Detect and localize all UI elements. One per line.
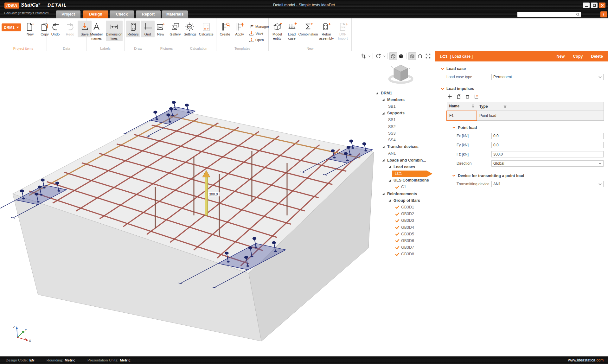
tree-item-gb3d6[interactable]: GB3D6 <box>368 238 435 244</box>
tab-design[interactable]: Design <box>83 10 108 18</box>
tree-item-gb3d5[interactable]: GB3D5 <box>368 231 435 238</box>
fy-input[interactable] <box>491 142 604 148</box>
template-manager-button[interactable]: Manager <box>248 23 270 30</box>
tab-materials[interactable]: Materials <box>162 10 188 18</box>
impulse-type-cell[interactable]: Point load <box>477 111 509 121</box>
template-apply-button[interactable]: Apply <box>233 21 246 37</box>
tree-item-drm1[interactable]: DRM1 <box>368 90 435 97</box>
tree-item-ss3[interactable]: SS3 <box>368 130 435 137</box>
status-presentation-units[interactable]: Presentation Units:Metric <box>87 358 131 362</box>
tree-expander-icon[interactable] <box>382 112 385 115</box>
new-picture-button[interactable]: New <box>154 21 168 37</box>
tree-item-group-of-bars[interactable]: Group of Bars <box>368 197 435 204</box>
new-model-entity-button[interactable]: Model entity <box>270 21 284 41</box>
delete-impulse-button[interactable] <box>464 93 470 99</box>
navigation-cube[interactable] <box>387 60 414 86</box>
tree-item-sb1[interactable]: SB1 <box>368 103 435 110</box>
tree-item-gb3d2[interactable]: GB3D2 <box>368 211 435 218</box>
section-view-button[interactable] <box>360 52 367 60</box>
search-icon[interactable] <box>576 13 580 16</box>
column-header-name[interactable]: Name <box>447 102 477 111</box>
tree-item-an1[interactable]: AN1 <box>368 150 435 157</box>
tree-item-members[interactable]: Members <box>368 97 435 103</box>
panel-delete-button[interactable]: Delete <box>591 54 603 59</box>
maximize-button[interactable] <box>591 3 598 8</box>
tree-checkbox-checked[interactable] <box>395 219 400 223</box>
tree-checkbox-checked[interactable] <box>395 212 400 216</box>
search-input[interactable] <box>517 13 576 16</box>
section-load-case[interactable]: Load case <box>441 67 608 71</box>
section-view-dropdown[interactable] <box>368 52 371 60</box>
tree-item-transfer-devices[interactable]: Transfer devices <box>368 144 435 150</box>
fx-input[interactable] <box>491 133 604 139</box>
panel-new-button[interactable]: New <box>557 54 565 59</box>
tree-expander-icon[interactable] <box>388 179 392 182</box>
dimension-lines-button[interactable]: Dimension lines <box>106 21 123 41</box>
tree-checkbox-checked[interactable] <box>395 246 400 250</box>
load-case-type-select[interactable]: Permanent <box>491 74 604 80</box>
tree-item-ss1[interactable]: SS1 <box>368 117 435 124</box>
tree-item-load-cases[interactable]: Load cases <box>368 164 435 170</box>
tree-checkbox-checked[interactable] <box>395 252 400 257</box>
settings-button[interactable]: Settings <box>183 21 197 37</box>
filter-icon[interactable] <box>471 105 475 108</box>
tree-checkbox-checked[interactable] <box>395 226 400 230</box>
dxf-import-button[interactable]: DXF Import <box>336 21 350 41</box>
transmitting-device-select[interactable]: AN1 <box>491 181 604 187</box>
tree-checkbox-checked[interactable] <box>395 232 400 236</box>
tree-item-c1[interactable]: C1 <box>368 184 435 191</box>
tree-item-ss2[interactable]: SS2 <box>368 124 435 130</box>
minimize-button[interactable] <box>583 3 590 8</box>
tree-checkbox-checked[interactable] <box>395 205 400 209</box>
fz-input[interactable] <box>491 151 604 157</box>
gallery-button[interactable]: Gallery <box>168 21 182 37</box>
panel-copy-button[interactable]: Copy <box>573 54 583 59</box>
direction-select[interactable]: Global <box>491 160 604 167</box>
website-link[interactable]: www.ideastatica.com <box>568 358 604 362</box>
tree-expander-icon[interactable] <box>382 98 385 102</box>
tree-item-ss4[interactable]: SS4 <box>368 137 435 144</box>
home-view-button[interactable] <box>416 52 424 60</box>
member-names-button[interactable]: Member names <box>88 21 105 41</box>
project-item-selector[interactable]: DRM1 <box>2 23 21 31</box>
redo-button[interactable]: Redo <box>63 21 77 37</box>
transparent-view-button[interactable] <box>408 52 416 60</box>
tree-expander-icon[interactable] <box>382 145 385 149</box>
tab-project[interactable]: Project <box>56 10 80 18</box>
tree-item-supports[interactable]: Supports <box>368 110 435 117</box>
tree-item-gb3d4[interactable]: GB3D4 <box>368 224 435 231</box>
info-button[interactable]: i <box>600 11 607 17</box>
filter-icon[interactable] <box>503 105 507 108</box>
rotate-view-button[interactable] <box>374 52 382 60</box>
tree-item-gb3d8[interactable]: GB3D8 <box>368 251 435 258</box>
tab-check[interactable]: Check <box>110 10 134 18</box>
solid-view-button[interactable] <box>397 52 405 60</box>
tree-selected-flag[interactable]: LC1 <box>392 170 432 177</box>
impulse-name-cell[interactable]: F1 <box>447 111 477 121</box>
tree-item-gb3d1[interactable]: GB3D1 <box>368 204 435 211</box>
tab-report[interactable]: Report <box>136 10 161 18</box>
tree-checkbox-checked[interactable] <box>395 185 400 189</box>
tree-expander-icon[interactable] <box>382 192 385 196</box>
tree-item-lc1[interactable]: LC1 <box>368 170 435 177</box>
tree-item-gb3d7[interactable]: GB3D7 <box>368 245 435 251</box>
add-impulse-button[interactable] <box>447 93 453 99</box>
status-rounding[interactable]: Rounding:Metric <box>47 358 75 362</box>
tree-item-uls-combinations[interactable]: ULS Combinations <box>368 177 435 184</box>
tree-item-gb3d3[interactable]: GB3D3 <box>368 218 435 224</box>
section-load-impulses[interactable]: Load impulses <box>441 86 608 91</box>
template-open-button[interactable]: Open <box>248 36 270 43</box>
template-create-button[interactable]: Create <box>218 21 232 37</box>
close-button[interactable] <box>599 3 605 8</box>
duplicate-impulse-button[interactable] <box>456 93 462 99</box>
3d-viewport[interactable]: 300.0 Z Y X <box>0 51 435 356</box>
section-point-load[interactable]: Point load <box>452 125 608 130</box>
new-project-item-button[interactable]: New <box>23 21 37 37</box>
new-combination-button[interactable]: Combination <box>299 21 317 37</box>
tree-expander-icon[interactable] <box>375 92 379 95</box>
calculate-button[interactable]: Calculate <box>198 21 214 37</box>
table-row[interactable]: F1 Point load <box>447 111 604 121</box>
new-load-case-button[interactable]: Load case <box>285 21 299 41</box>
rebars-button[interactable]: Rebars <box>126 21 140 37</box>
tree-expander-icon[interactable] <box>388 199 392 202</box>
